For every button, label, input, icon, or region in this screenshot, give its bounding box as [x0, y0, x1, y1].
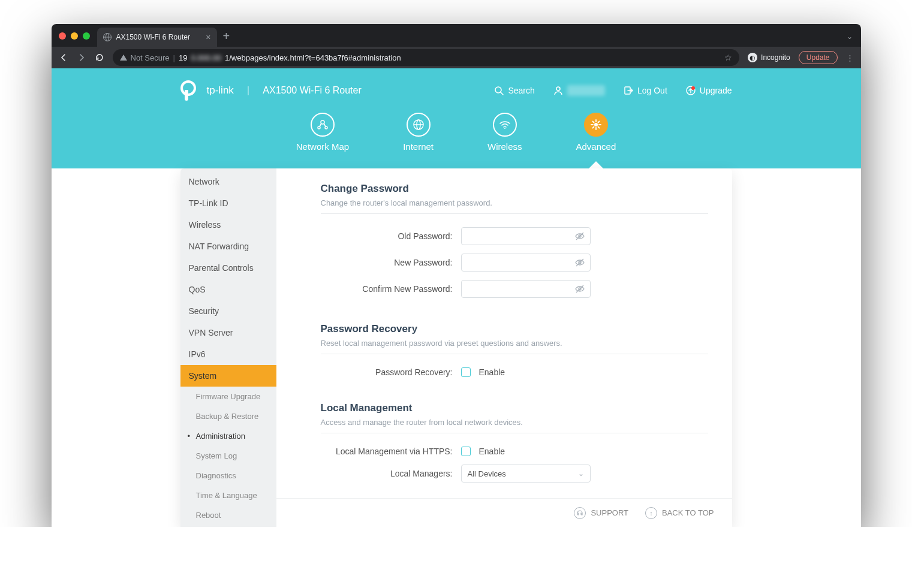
- back-to-top-link[interactable]: ↑ BACK TO TOP: [645, 507, 714, 519]
- back-button[interactable]: [59, 53, 68, 62]
- tab-overflow-icon[interactable]: ⌄: [847, 32, 853, 41]
- advanced-icon: [584, 113, 608, 137]
- network-map-icon: [311, 113, 335, 137]
- notification-dot: [691, 86, 695, 90]
- change-password-heading: Change Password: [321, 183, 708, 195]
- not-secure-icon: [120, 55, 127, 61]
- url-blurred: 0.000.00: [191, 53, 221, 62]
- tplink-logo-icon: [180, 80, 201, 101]
- user-icon: [553, 85, 564, 96]
- upgrade-label: Upgrade: [700, 86, 732, 95]
- sidebar-item-qos[interactable]: QoS: [180, 279, 276, 300]
- globe-icon: [103, 33, 112, 41]
- password-recovery-heading: Password Recovery: [321, 323, 708, 335]
- username-blurred: user: [567, 85, 605, 96]
- enable-label: Enable: [479, 447, 505, 456]
- svg-point-12: [594, 123, 598, 126]
- support-label: SUPPORT: [591, 508, 628, 517]
- window-controls: [59, 32, 90, 40]
- new-password-input[interactable]: [461, 254, 591, 272]
- support-link[interactable]: SUPPORT: [574, 507, 628, 519]
- main-content: Change Password Change the router's loca…: [276, 168, 732, 527]
- tab-label: Network Map: [296, 141, 349, 152]
- browser-tabbar: AX1500 Wi-Fi 6 Router × + ⌄: [52, 24, 861, 47]
- incognito-label: Incognito: [761, 53, 790, 62]
- upgrade-button[interactable]: Upgrade: [685, 85, 732, 96]
- maximize-window[interactable]: [83, 32, 90, 40]
- sidebar-sub-system-log[interactable]: System Log: [180, 446, 276, 466]
- bookmark-icon[interactable]: ☆: [724, 53, 732, 62]
- password-recovery-checkbox[interactable]: [461, 367, 471, 377]
- brand-logo: tp-link | AX1500 Wi-Fi 6 Router: [180, 80, 362, 101]
- browser-tab[interactable]: AX1500 Wi-Fi 6 Router ×: [97, 28, 217, 47]
- eye-off-icon[interactable]: [574, 284, 585, 294]
- forward-button[interactable]: [77, 53, 86, 62]
- support-icon: [574, 507, 586, 519]
- sidebar-item-network[interactable]: Network: [180, 171, 276, 192]
- brand-name: tp-link: [207, 85, 234, 97]
- new-password-label: New Password:: [321, 258, 453, 267]
- eye-off-icon[interactable]: [574, 257, 585, 268]
- sidebar-sub-diagnostics[interactable]: Diagnostics: [180, 466, 276, 486]
- local-managers-label: Local Managers:: [321, 469, 453, 478]
- browser-toolbar: Not Secure | 19 0.000.00 1/webpages/inde…: [52, 47, 861, 68]
- tab-network-map[interactable]: Network Map: [296, 113, 349, 152]
- sidebar-sub-firmware-upgrade[interactable]: Firmware Upgrade: [180, 387, 276, 406]
- sidebar-sub-administration[interactable]: Administration: [180, 426, 276, 446]
- eye-off-icon[interactable]: [574, 231, 585, 242]
- local-management-desc: Access and manage the router from local …: [321, 418, 708, 433]
- https-checkbox[interactable]: [461, 447, 471, 456]
- internet-icon: [407, 113, 431, 137]
- svg-point-2: [556, 87, 560, 91]
- sidebar-item-ipv6[interactable]: IPv6: [180, 343, 276, 365]
- new-tab-button[interactable]: +: [223, 29, 230, 43]
- close-tab-icon[interactable]: ×: [206, 32, 210, 42]
- update-button[interactable]: Update: [799, 51, 838, 64]
- tab-internet[interactable]: Internet: [403, 113, 434, 152]
- back-to-top-label: BACK TO TOP: [662, 508, 714, 517]
- sidebar-item-wireless[interactable]: Wireless: [180, 214, 276, 236]
- confirm-password-input[interactable]: [461, 280, 591, 298]
- tab-label: Advanced: [576, 141, 616, 152]
- select-value: All Devices: [468, 469, 506, 478]
- arrow-up-icon: ↑: [645, 507, 657, 519]
- tab-label: Wireless: [487, 141, 522, 152]
- minimize-window[interactable]: [71, 32, 78, 40]
- https-label: Local Management via HTTPS:: [321, 447, 453, 456]
- sidebar-sub-backup-restore[interactable]: Backup & Restore: [180, 406, 276, 426]
- tab-wireless[interactable]: Wireless: [487, 113, 522, 152]
- sidebar-item-nat-forwarding[interactable]: NAT Forwarding: [180, 236, 276, 257]
- sidebar-item-tplink-id[interactable]: TP-Link ID: [180, 192, 276, 214]
- change-password-desc: Change the router's local management pas…: [321, 198, 708, 214]
- incognito-indicator: Incognito: [748, 53, 790, 62]
- user-menu[interactable]: user: [553, 85, 605, 96]
- not-secure-label: Not Secure: [131, 53, 170, 62]
- search-button[interactable]: Search: [493, 85, 534, 96]
- local-managers-select[interactable]: All Devices ⌄: [461, 465, 591, 483]
- sidebar-item-vpn-server[interactable]: VPN Server: [180, 322, 276, 343]
- reload-button[interactable]: [95, 53, 104, 62]
- sidebar-item-parental-controls[interactable]: Parental Controls: [180, 257, 276, 279]
- tab-label: Internet: [403, 141, 434, 152]
- svg-point-11: [504, 128, 505, 129]
- sidebar-item-security[interactable]: Security: [180, 300, 276, 322]
- url-prefix: 19: [179, 53, 187, 62]
- sidebar-sub-time-language[interactable]: Time & Language: [180, 486, 276, 505]
- incognito-icon: [748, 53, 757, 62]
- tab-advanced[interactable]: Advanced: [576, 113, 616, 152]
- enable-label: Enable: [479, 367, 505, 377]
- password-recovery-desc: Reset local management password via pres…: [321, 339, 708, 354]
- router-header: tp-link | AX1500 Wi-Fi 6 Router Search u…: [52, 68, 861, 168]
- close-window[interactable]: [59, 32, 66, 40]
- logout-button[interactable]: Log Out: [623, 85, 667, 96]
- model-name: AX1500 Wi-Fi 6 Router: [263, 85, 362, 96]
- sidebar-sub-reboot[interactable]: Reboot: [180, 505, 276, 525]
- old-password-input[interactable]: [461, 227, 591, 245]
- browser-menu-icon[interactable]: ⋮: [846, 53, 854, 62]
- address-bar[interactable]: Not Secure | 19 0.000.00 1/webpages/inde…: [113, 49, 740, 66]
- logout-label: Log Out: [637, 86, 667, 95]
- svg-point-6: [318, 126, 320, 129]
- sidebar-item-system[interactable]: System: [180, 365, 276, 387]
- svg-point-7: [325, 126, 327, 129]
- url-suffix: 1/webpages/index.html?t=643ba7f6#adminis…: [225, 53, 401, 62]
